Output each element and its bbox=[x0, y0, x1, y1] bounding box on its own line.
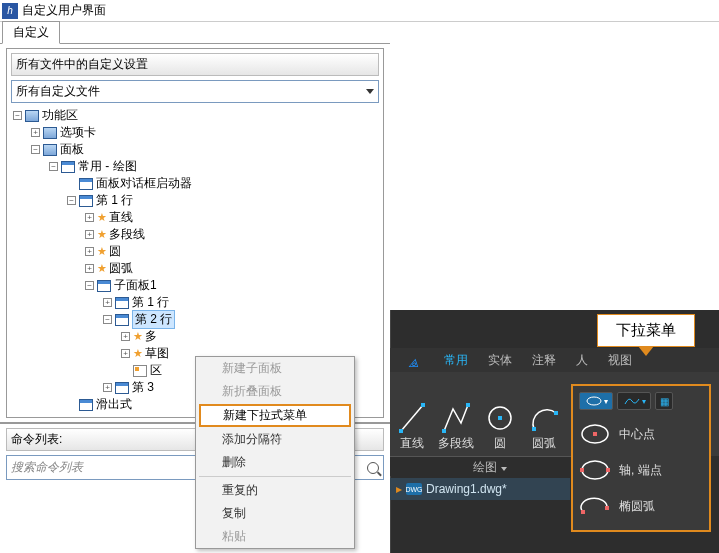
tree-node[interactable]: 子面板1 bbox=[114, 277, 157, 294]
window-titlebar: h 自定义用户界面 bbox=[0, 0, 719, 22]
tree-node[interactable]: 多段线 bbox=[109, 226, 145, 243]
expand-icon[interactable]: + bbox=[121, 349, 130, 358]
tree-node[interactable]: 区 bbox=[150, 362, 162, 379]
menu-duplicate[interactable]: 重复的 bbox=[196, 479, 354, 502]
menu-new-dropdown[interactable]: 新建下拉式菜单 bbox=[199, 404, 351, 427]
expand-icon[interactable]: + bbox=[85, 213, 94, 222]
ribbon-group-label[interactable]: 绘图 bbox=[390, 456, 590, 476]
tree-node[interactable]: 功能区 bbox=[42, 107, 78, 124]
svg-rect-13 bbox=[580, 468, 584, 472]
menu-add-separator[interactable]: 添加分隔符 bbox=[196, 428, 354, 451]
star-icon: ★ bbox=[97, 226, 107, 243]
app-logo: ⟁ bbox=[394, 350, 432, 372]
expand-icon[interactable]: + bbox=[121, 332, 130, 341]
tabs-icon bbox=[43, 127, 57, 139]
menu-copy[interactable]: 复制 bbox=[196, 502, 354, 525]
tree-node[interactable]: 第 1 行 bbox=[132, 294, 169, 311]
dwg-badge-icon: DWG bbox=[406, 483, 422, 495]
dropdown-panel: ▾ ▾ ▦ 中心点 轴, 端点 椭圆弧 bbox=[571, 384, 711, 532]
app-icon: h bbox=[2, 3, 18, 19]
svg-rect-14 bbox=[606, 468, 610, 472]
tree-node[interactable]: 第 3 bbox=[132, 379, 154, 396]
ribbon-tab-solid[interactable]: 实体 bbox=[478, 348, 522, 372]
ribbon-btn-polyline[interactable]: 多段线 bbox=[434, 372, 478, 456]
menu-new-subpanel[interactable]: 新建子面板 bbox=[196, 357, 354, 380]
panel-icon bbox=[61, 161, 75, 173]
scope-combo[interactable]: 所有自定义文件 bbox=[11, 80, 379, 103]
menu-new-foldpanel[interactable]: 新折叠面板 bbox=[196, 380, 354, 403]
dd-item-elliptical-arc[interactable]: 椭圆弧 bbox=[577, 488, 705, 524]
collapse-icon[interactable]: − bbox=[85, 281, 94, 290]
collapse-icon[interactable]: − bbox=[49, 162, 58, 171]
circle-icon bbox=[485, 401, 515, 435]
ellipse-arc-icon bbox=[579, 492, 611, 520]
search-icon bbox=[367, 462, 379, 474]
expand-icon[interactable]: + bbox=[103, 383, 112, 392]
expand-icon[interactable]: + bbox=[103, 298, 112, 307]
triangle-icon: ▸ bbox=[396, 482, 402, 496]
ribbon-btn-arc[interactable]: 圆弧 bbox=[522, 372, 566, 456]
star-icon: ★ bbox=[97, 243, 107, 260]
tree-node[interactable]: 面板 bbox=[60, 141, 84, 158]
dd-item-axis-end[interactable]: 轴, 端点 bbox=[577, 452, 705, 488]
ribbon-tab-annotate[interactable]: 注释 bbox=[522, 348, 566, 372]
dd-item-center[interactable]: 中心点 bbox=[577, 416, 705, 452]
expand-icon[interactable]: + bbox=[31, 128, 40, 137]
tree-node[interactable]: 第 1 行 bbox=[96, 192, 133, 209]
star-icon: ★ bbox=[133, 328, 143, 345]
launcher-icon bbox=[79, 178, 93, 190]
tree-node[interactable]: 滑出式 bbox=[96, 396, 132, 413]
collapse-icon[interactable]: − bbox=[67, 196, 76, 205]
tree-node[interactable]: 直线 bbox=[109, 209, 133, 226]
ribbon-tab-common[interactable]: 常用 bbox=[434, 348, 478, 372]
chevron-down-icon bbox=[366, 89, 374, 94]
ribbon-btn-line[interactable]: 直线 bbox=[390, 372, 434, 456]
ribbon-btn-circle[interactable]: 圆 bbox=[478, 372, 522, 456]
collapse-icon[interactable]: − bbox=[13, 111, 22, 120]
row-icon bbox=[79, 195, 93, 207]
arc-icon bbox=[529, 401, 559, 435]
expand-icon[interactable]: + bbox=[85, 230, 94, 239]
row-icon bbox=[115, 382, 129, 394]
ribbon-icon bbox=[25, 110, 39, 122]
spline-icon bbox=[623, 395, 641, 407]
subpanel-icon bbox=[97, 280, 111, 292]
menu-delete[interactable]: 删除 bbox=[196, 451, 354, 474]
ribbon-tab-hidden[interactable]: 人 bbox=[566, 348, 598, 372]
expand-icon[interactable]: + bbox=[85, 247, 94, 256]
chevron-down-icon bbox=[501, 467, 507, 471]
dd-mode-wave[interactable]: ▾ bbox=[617, 392, 651, 410]
scope-combo-value: 所有自定义文件 bbox=[16, 83, 100, 100]
dd-mode-grid[interactable]: ▦ bbox=[655, 392, 673, 410]
cmd-icon bbox=[133, 365, 147, 377]
svg-line-0 bbox=[401, 405, 423, 431]
dd-mode-ellipse[interactable]: ▾ bbox=[579, 392, 613, 410]
svg-rect-4 bbox=[466, 403, 470, 407]
grid-icon: ▦ bbox=[660, 396, 669, 407]
tree-node[interactable]: 多 bbox=[145, 328, 157, 345]
tree-node[interactable]: 选项卡 bbox=[60, 124, 96, 141]
svg-rect-16 bbox=[605, 506, 609, 510]
panels-icon bbox=[43, 144, 57, 156]
svg-rect-1 bbox=[399, 429, 403, 433]
tree-node[interactable]: 常用 - 绘图 bbox=[78, 158, 137, 175]
tree-node[interactable]: 草图 bbox=[145, 345, 169, 362]
drawing-tab[interactable]: ▸ DWG Drawing1.dwg* bbox=[390, 478, 570, 500]
ellipse-axis-icon bbox=[579, 456, 611, 484]
tree-node[interactable]: 圆弧 bbox=[109, 260, 133, 277]
star-icon: ★ bbox=[133, 345, 143, 362]
svg-rect-8 bbox=[554, 411, 558, 415]
collapse-icon[interactable]: − bbox=[103, 315, 112, 324]
tree-node[interactable]: 面板对话框启动器 bbox=[96, 175, 192, 192]
expand-icon[interactable]: + bbox=[85, 264, 94, 273]
tree-node[interactable]: 圆 bbox=[109, 243, 121, 260]
ribbon-tab-view[interactable]: 视图 bbox=[598, 348, 642, 372]
dropdown-callout: 下拉菜单 bbox=[597, 314, 695, 347]
tab-customize[interactable]: 自定义 bbox=[2, 21, 60, 44]
svg-point-12 bbox=[582, 461, 608, 479]
menu-paste[interactable]: 粘贴 bbox=[196, 525, 354, 548]
tree-node-selected[interactable]: 第 2 行 bbox=[132, 310, 175, 329]
svg-rect-3 bbox=[442, 429, 446, 433]
collapse-icon[interactable]: − bbox=[31, 145, 40, 154]
line-icon bbox=[397, 401, 427, 435]
